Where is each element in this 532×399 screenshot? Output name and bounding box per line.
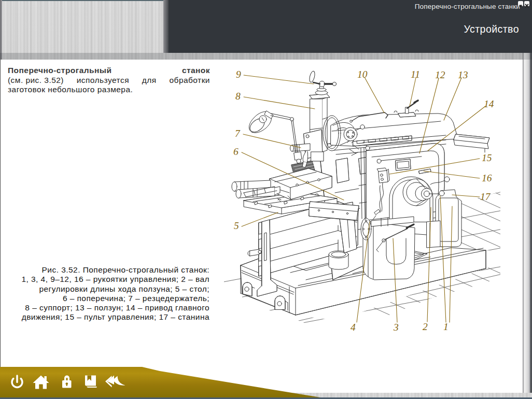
svg-text:16: 16	[482, 173, 492, 183]
svg-text:14: 14	[484, 98, 494, 109]
svg-text:4: 4	[351, 322, 356, 333]
svg-text:2: 2	[423, 321, 428, 332]
svg-text:17: 17	[480, 191, 491, 202]
svg-text:13: 13	[458, 69, 468, 80]
svg-text:1: 1	[443, 321, 449, 332]
svg-text:9: 9	[236, 69, 241, 80]
svg-text:12: 12	[435, 69, 445, 80]
svg-text:6: 6	[233, 146, 239, 157]
svg-text:15: 15	[482, 152, 492, 163]
svg-text:7: 7	[235, 128, 241, 139]
svg-text:5: 5	[234, 220, 239, 231]
svg-text:3: 3	[393, 322, 399, 333]
svg-text:8: 8	[235, 91, 241, 102]
svg-text:11: 11	[411, 69, 420, 80]
svg-text:10: 10	[357, 69, 368, 80]
